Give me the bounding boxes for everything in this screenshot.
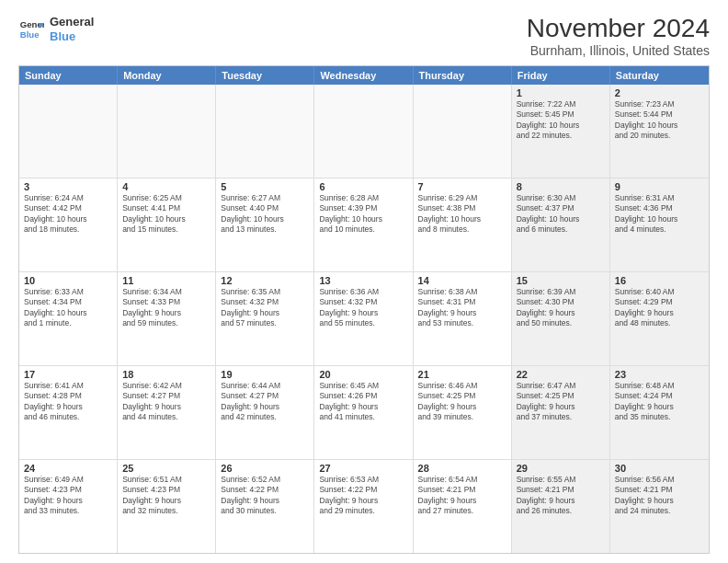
svg-text:Blue: Blue	[20, 29, 40, 39]
logo-text-blue: Blue	[50, 29, 94, 44]
calendar-cell: 7Sunrise: 6:29 AM Sunset: 4:38 PM Daylig…	[414, 178, 512, 271]
day-info: Sunrise: 6:45 AM Sunset: 4:26 PM Dayligh…	[319, 381, 407, 423]
day-info: Sunrise: 6:46 AM Sunset: 4:25 PM Dayligh…	[418, 381, 506, 423]
calendar-cell: 12Sunrise: 6:35 AM Sunset: 4:32 PM Dayli…	[216, 272, 314, 365]
calendar-row: 24Sunrise: 6:49 AM Sunset: 4:23 PM Dayli…	[19, 459, 709, 553]
day-number: 14	[418, 275, 506, 286]
logo-icon: General Blue	[18, 17, 44, 42]
calendar-header-cell: Thursday	[414, 66, 512, 85]
day-info: Sunrise: 6:25 AM Sunset: 4:41 PM Dayligh…	[122, 193, 210, 236]
day-number: 10	[24, 275, 112, 286]
calendar-cell: 23Sunrise: 6:48 AM Sunset: 4:24 PM Dayli…	[610, 366, 709, 459]
day-info: Sunrise: 6:27 AM Sunset: 4:40 PM Dayligh…	[221, 193, 309, 236]
day-info: Sunrise: 6:52 AM Sunset: 4:22 PM Dayligh…	[221, 475, 309, 517]
calendar-cell: 19Sunrise: 6:44 AM Sunset: 4:27 PM Dayli…	[216, 366, 314, 459]
day-number: 20	[319, 369, 407, 380]
calendar-header-cell: Friday	[512, 66, 610, 85]
calendar: SundayMondayTuesdayWednesdayThursdayFrid…	[18, 65, 710, 554]
calendar-body: 1Sunrise: 7:22 AM Sunset: 5:45 PM Daylig…	[19, 85, 709, 553]
subtitle: Burnham, Illinois, United States	[527, 43, 710, 58]
calendar-cell	[414, 85, 512, 178]
logo: General Blue General Blue	[18, 15, 94, 43]
month-title: November 2024	[527, 15, 710, 43]
day-number: 15	[517, 275, 605, 286]
day-number: 2	[615, 87, 704, 98]
calendar-header-cell: Tuesday	[216, 66, 314, 85]
day-number: 28	[418, 463, 506, 474]
day-info: Sunrise: 6:49 AM Sunset: 4:23 PM Dayligh…	[24, 475, 112, 517]
calendar-header-cell: Sunday	[19, 66, 118, 85]
day-number: 18	[122, 369, 210, 380]
day-info: Sunrise: 6:41 AM Sunset: 4:28 PM Dayligh…	[24, 381, 112, 423]
calendar-cell: 18Sunrise: 6:42 AM Sunset: 4:27 PM Dayli…	[118, 366, 216, 459]
calendar-row: 3Sunrise: 6:24 AM Sunset: 4:42 PM Daylig…	[19, 178, 709, 271]
day-number: 8	[517, 181, 605, 192]
calendar-cell: 11Sunrise: 6:34 AM Sunset: 4:33 PM Dayli…	[118, 272, 216, 365]
day-info: Sunrise: 6:44 AM Sunset: 4:27 PM Dayligh…	[221, 381, 309, 423]
title-block: November 2024 Burnham, Illinois, United …	[527, 15, 710, 58]
calendar-cell	[19, 85, 118, 178]
day-number: 26	[221, 463, 309, 474]
day-info: Sunrise: 6:28 AM Sunset: 4:39 PM Dayligh…	[319, 193, 407, 236]
day-number: 19	[221, 369, 309, 380]
day-info: Sunrise: 6:31 AM Sunset: 4:36 PM Dayligh…	[615, 193, 704, 236]
day-info: Sunrise: 6:55 AM Sunset: 4:21 PM Dayligh…	[517, 475, 605, 517]
day-info: Sunrise: 6:39 AM Sunset: 4:30 PM Dayligh…	[517, 287, 605, 329]
day-number: 9	[615, 181, 704, 192]
calendar-cell: 21Sunrise: 6:46 AM Sunset: 4:25 PM Dayli…	[414, 366, 512, 459]
calendar-header-cell: Monday	[118, 66, 216, 85]
day-number: 23	[615, 369, 704, 380]
calendar-cell	[314, 85, 413, 178]
calendar-cell: 3Sunrise: 6:24 AM Sunset: 4:42 PM Daylig…	[19, 178, 118, 271]
day-number: 3	[24, 181, 112, 192]
calendar-cell: 2Sunrise: 7:23 AM Sunset: 5:44 PM Daylig…	[610, 85, 709, 178]
calendar-header: SundayMondayTuesdayWednesdayThursdayFrid…	[19, 66, 709, 85]
day-number: 7	[418, 181, 506, 192]
day-info: Sunrise: 6:33 AM Sunset: 4:34 PM Dayligh…	[24, 287, 112, 329]
day-info: Sunrise: 6:35 AM Sunset: 4:32 PM Dayligh…	[221, 287, 309, 329]
day-number: 11	[122, 275, 210, 286]
day-info: Sunrise: 6:30 AM Sunset: 4:37 PM Dayligh…	[517, 193, 605, 236]
day-number: 12	[221, 275, 309, 286]
calendar-cell: 1Sunrise: 7:22 AM Sunset: 5:45 PM Daylig…	[512, 85, 610, 178]
day-info: Sunrise: 6:24 AM Sunset: 4:42 PM Dayligh…	[24, 193, 112, 236]
calendar-cell: 25Sunrise: 6:51 AM Sunset: 4:23 PM Dayli…	[118, 460, 216, 553]
calendar-header-cell: Wednesday	[314, 66, 413, 85]
day-info: Sunrise: 6:42 AM Sunset: 4:27 PM Dayligh…	[122, 381, 210, 423]
calendar-cell: 26Sunrise: 6:52 AM Sunset: 4:22 PM Dayli…	[216, 460, 314, 553]
logo-text-general: General	[50, 15, 94, 29]
calendar-cell: 14Sunrise: 6:38 AM Sunset: 4:31 PM Dayli…	[414, 272, 512, 365]
calendar-cell: 16Sunrise: 6:40 AM Sunset: 4:29 PM Dayli…	[610, 272, 709, 365]
day-info: Sunrise: 6:38 AM Sunset: 4:31 PM Dayligh…	[418, 287, 506, 329]
day-number: 30	[615, 463, 704, 474]
calendar-row: 1Sunrise: 7:22 AM Sunset: 5:45 PM Daylig…	[19, 85, 709, 178]
day-number: 25	[122, 463, 210, 474]
calendar-cell: 5Sunrise: 6:27 AM Sunset: 4:40 PM Daylig…	[216, 178, 314, 271]
day-info: Sunrise: 7:23 AM Sunset: 5:44 PM Dayligh…	[615, 99, 704, 142]
calendar-cell: 13Sunrise: 6:36 AM Sunset: 4:32 PM Dayli…	[314, 272, 413, 365]
day-number: 1	[517, 87, 605, 98]
calendar-header-cell: Saturday	[610, 66, 709, 85]
day-number: 16	[615, 275, 704, 286]
day-info: Sunrise: 6:36 AM Sunset: 4:32 PM Dayligh…	[319, 287, 407, 329]
calendar-row: 17Sunrise: 6:41 AM Sunset: 4:28 PM Dayli…	[19, 365, 709, 459]
day-info: Sunrise: 6:29 AM Sunset: 4:38 PM Dayligh…	[418, 193, 506, 236]
calendar-cell: 29Sunrise: 6:55 AM Sunset: 4:21 PM Dayli…	[512, 460, 610, 553]
calendar-cell: 20Sunrise: 6:45 AM Sunset: 4:26 PM Dayli…	[314, 366, 413, 459]
calendar-cell: 30Sunrise: 6:56 AM Sunset: 4:21 PM Dayli…	[610, 460, 709, 553]
calendar-cell: 9Sunrise: 6:31 AM Sunset: 4:36 PM Daylig…	[610, 178, 709, 271]
calendar-cell: 28Sunrise: 6:54 AM Sunset: 4:21 PM Dayli…	[414, 460, 512, 553]
calendar-cell	[118, 85, 216, 178]
day-number: 13	[319, 275, 407, 286]
day-info: Sunrise: 7:22 AM Sunset: 5:45 PM Dayligh…	[517, 99, 605, 142]
day-number: 4	[122, 181, 210, 192]
day-number: 5	[221, 181, 309, 192]
calendar-cell: 15Sunrise: 6:39 AM Sunset: 4:30 PM Dayli…	[512, 272, 610, 365]
page: General Blue General Blue November 2024 …	[0, 0, 728, 563]
calendar-cell: 22Sunrise: 6:47 AM Sunset: 4:25 PM Dayli…	[512, 366, 610, 459]
calendar-cell: 8Sunrise: 6:30 AM Sunset: 4:37 PM Daylig…	[512, 178, 610, 271]
calendar-cell: 24Sunrise: 6:49 AM Sunset: 4:23 PM Dayli…	[19, 460, 118, 553]
day-info: Sunrise: 6:56 AM Sunset: 4:21 PM Dayligh…	[615, 475, 704, 517]
day-number: 6	[319, 181, 407, 192]
calendar-row: 10Sunrise: 6:33 AM Sunset: 4:34 PM Dayli…	[19, 271, 709, 365]
